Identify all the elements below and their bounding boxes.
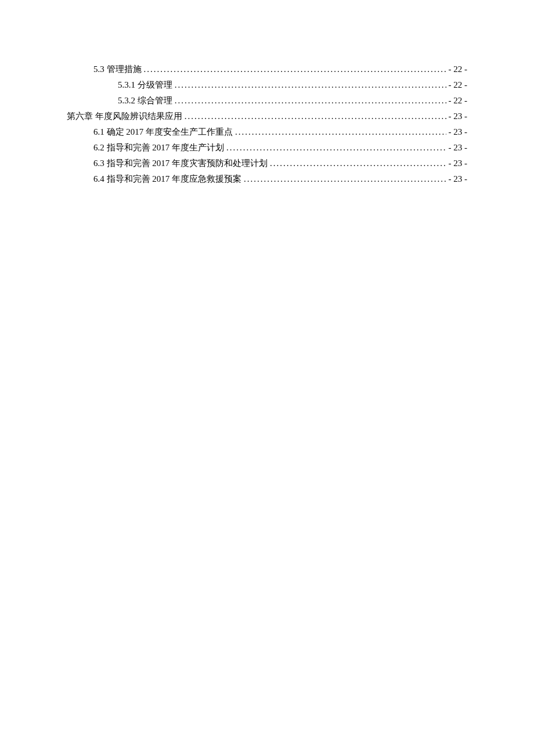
toc-label: 第六章 年度风险辨识结果应用 — [67, 111, 182, 122]
toc-page-number: - 23 - — [449, 127, 468, 137]
toc-label: 5.3.2 综合管理 — [118, 95, 172, 106]
toc-label: 5.3.1 分级管理 — [118, 80, 172, 91]
toc-label: 5.3 管理措施 — [93, 64, 142, 75]
toc-leader-dots — [185, 111, 446, 121]
toc-label: 6.3 指导和完善 2017 年度灾害预防和处理计划 — [93, 158, 268, 169]
toc-page-number: - 23 - — [449, 174, 468, 184]
toc-page-number: - 23 - — [449, 143, 468, 153]
toc-entry: 6.2 指导和完善 2017 年度生产计划 - 23 - — [67, 142, 467, 153]
toc-leader-dots — [175, 96, 446, 106]
toc-page-number: - 23 - — [449, 159, 468, 168]
toc-label: 6.4 指导和完善 2017 年度应急救援预案 — [93, 174, 241, 185]
toc-entry: 第六章 年度风险辨识结果应用 - 23 - — [67, 111, 467, 122]
toc-leader-dots — [226, 143, 446, 153]
toc-entry: 5.3.2 综合管理 - 22 - — [67, 95, 467, 106]
toc-entry: 5.3 管理措施 - 22 - — [67, 64, 467, 75]
toc-entry: 6.4 指导和完善 2017 年度应急救援预案 - 23 - — [67, 174, 467, 185]
toc-leader-dots — [235, 127, 446, 137]
toc-leader-dots — [244, 174, 446, 184]
table-of-contents: 5.3 管理措施 - 22 - 5.3.1 分级管理 - 22 - 5.3.2 … — [67, 64, 467, 185]
toc-entry: 6.1 确定 2017 年度安全生产工作重点 - 23 - — [67, 127, 467, 138]
toc-page-number: - 22 - — [449, 64, 468, 74]
toc-entry: 6.3 指导和完善 2017 年度灾害预防和处理计划 - 23 - — [67, 158, 467, 169]
toc-page-number: - 22 - — [449, 80, 468, 90]
toc-page-number: - 22 - — [449, 96, 468, 106]
toc-page-number: - 23 - — [449, 111, 468, 121]
toc-leader-dots — [270, 159, 446, 168]
toc-label: 6.1 确定 2017 年度安全生产工作重点 — [93, 127, 233, 138]
toc-leader-dots — [175, 80, 446, 90]
toc-label: 6.2 指导和完善 2017 年度生产计划 — [93, 142, 224, 153]
toc-entry: 5.3.1 分级管理 - 22 - — [67, 80, 467, 91]
toc-leader-dots — [144, 64, 446, 74]
